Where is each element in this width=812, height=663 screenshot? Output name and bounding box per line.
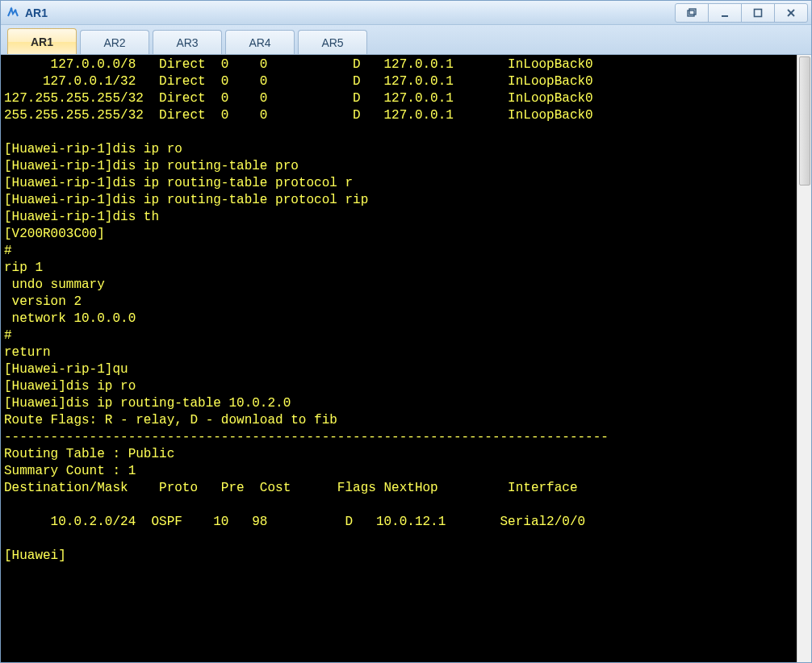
app-icon [6,6,20,20]
tab-label: AR4 [249,36,270,49]
tab-ar3[interactable]: AR3 [153,30,222,54]
tab-label: AR1 [31,35,53,48]
terminal[interactable]: 127.0.0.0/8 Direct 0 0 D 127.0.0.1 InLoo… [1,55,797,662]
maximize-button[interactable] [741,3,775,23]
svg-point-0 [10,7,13,10]
window-controls [676,3,808,23]
svg-point-1 [15,9,17,11]
svg-rect-5 [755,9,762,16]
minimize-button[interactable] [708,3,742,23]
scrollbar-thumb[interactable] [799,56,810,186]
svg-rect-3 [689,9,696,15]
scrollbar[interactable] [797,55,811,662]
tab-label: AR3 [176,36,198,49]
titlebar[interactable]: AR1 [1,1,811,25]
tab-ar2[interactable]: AR2 [80,30,149,54]
app-window: AR1 AR1 AR2 AR3 AR4 AR5 127.0.0.0/8 Dire… [0,0,812,663]
tab-ar1[interactable]: AR1 [7,28,77,54]
tab-ar5[interactable]: AR5 [298,30,367,54]
tab-label: AR2 [103,36,125,49]
tab-label: AR5 [321,36,343,49]
svg-rect-2 [688,10,694,16]
restore-button[interactable] [675,3,709,23]
window-title: AR1 [25,6,676,19]
tabstrip: AR1 AR2 AR3 AR4 AR5 [1,25,811,54]
tab-ar4[interactable]: AR4 [225,30,295,54]
terminal-area: 127.0.0.0/8 Direct 0 0 D 127.0.0.1 InLoo… [1,54,811,662]
close-button[interactable] [774,3,808,23]
